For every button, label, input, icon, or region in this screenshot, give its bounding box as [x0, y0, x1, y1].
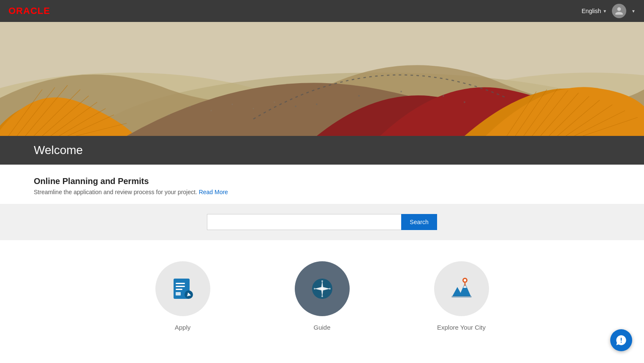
language-selector[interactable]: English ▼	[582, 8, 607, 14]
welcome-title: Welcome	[34, 144, 610, 157]
svg-point-44	[321, 280, 323, 282]
svg-point-49	[464, 279, 466, 282]
svg-point-47	[329, 288, 331, 290]
search-section: Search	[0, 204, 644, 240]
search-button[interactable]: Search	[401, 214, 437, 230]
user-dropdown-chevron-icon[interactable]: ▼	[631, 9, 636, 14]
chat-support-button[interactable]	[610, 329, 632, 351]
svg-point-46	[314, 288, 315, 290]
guide-icon	[309, 275, 336, 302]
apply-card[interactable]: Apply	[155, 261, 210, 331]
chat-icon	[615, 334, 627, 346]
svg-point-27	[443, 95, 444, 97]
svg-point-43	[321, 287, 323, 290]
svg-point-25	[358, 95, 360, 97]
hero-illustration	[0, 22, 644, 136]
svg-point-26	[400, 91, 402, 92]
language-chevron-icon: ▼	[603, 9, 607, 14]
explore-card-circle	[434, 261, 489, 316]
user-icon	[614, 6, 624, 16]
svg-point-32	[232, 104, 233, 105]
header-right: English ▼ ▼	[582, 4, 636, 18]
apply-card-circle	[155, 261, 210, 316]
read-more-link[interactable]: Read More	[199, 189, 228, 195]
info-section: Online Planning and Permits Streamline t…	[0, 165, 644, 204]
explore-card[interactable]: Explore Your City	[434, 261, 489, 331]
svg-rect-39	[176, 292, 181, 295]
info-heading: Online Planning and Permits	[34, 176, 610, 186]
apply-label: Apply	[175, 324, 191, 331]
search-input[interactable]	[207, 214, 401, 230]
welcome-bar: Welcome	[0, 136, 644, 165]
user-avatar[interactable]	[612, 4, 626, 18]
hero-banner	[0, 22, 644, 136]
svg-point-30	[190, 106, 191, 107]
svg-point-24	[316, 103, 318, 105]
oracle-logo: ORACLE	[8, 5, 50, 16]
explore-label: Explore Your City	[437, 324, 486, 331]
logo-text: ORACLE	[8, 5, 50, 16]
header: ORACLE English ▼ ▼	[0, 0, 644, 22]
svg-point-23	[295, 106, 296, 107]
apply-icon	[169, 275, 196, 302]
cards-section: Apply Guide	[0, 240, 644, 356]
svg-point-28	[464, 101, 465, 103]
svg-rect-50	[451, 296, 472, 298]
svg-rect-37	[176, 286, 185, 287]
guide-card-circle	[295, 261, 350, 316]
svg-rect-36	[176, 283, 185, 284]
svg-point-33	[253, 108, 254, 109]
language-label: English	[582, 8, 601, 14]
svg-point-45	[321, 295, 323, 297]
explore-icon	[448, 275, 475, 302]
svg-point-31	[211, 110, 212, 111]
svg-rect-38	[176, 289, 182, 290]
info-description: Streamline the application and review pr…	[34, 189, 610, 195]
guide-card[interactable]: Guide	[295, 261, 350, 331]
guide-label: Guide	[313, 324, 330, 331]
svg-point-29	[168, 114, 170, 116]
svg-point-34	[274, 102, 275, 103]
